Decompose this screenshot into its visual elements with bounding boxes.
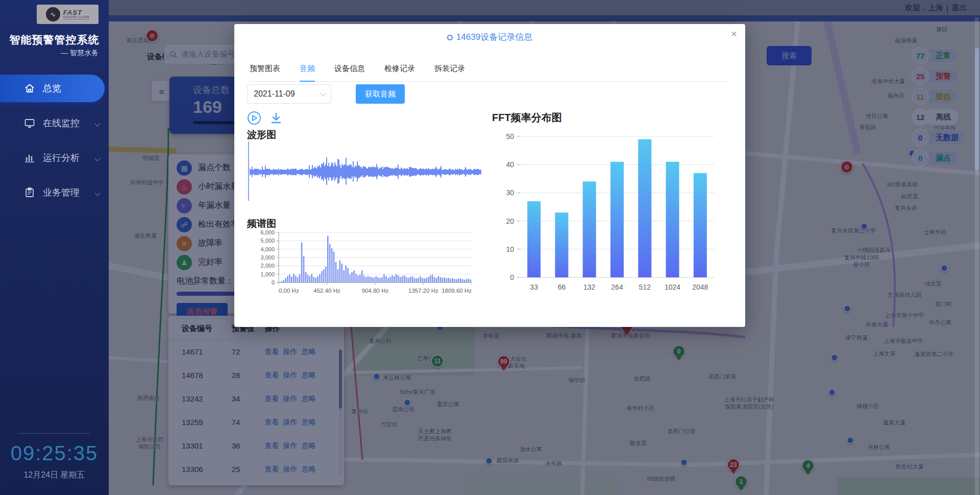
svg-text:1,000: 1,000 bbox=[260, 271, 275, 277]
app-title: 智能预警管控系统 bbox=[0, 33, 109, 47]
fft-bar-chart: 01020304050336613226451210242048 bbox=[492, 125, 727, 311]
chevron-down-icon bbox=[94, 121, 100, 126]
app-subtitle: — 智慧水务 bbox=[61, 49, 99, 58]
logo-brand-sub: GROUPE CLAIRE bbox=[63, 16, 90, 20]
svg-text:33: 33 bbox=[530, 283, 538, 291]
chevron-down-icon bbox=[320, 90, 327, 97]
svg-text:512: 512 bbox=[639, 283, 651, 291]
waveform-logo-icon: ∿ bbox=[46, 7, 60, 21]
clock-date: 12月24日 星期五 bbox=[0, 470, 109, 481]
waveform-chart bbox=[247, 140, 482, 204]
svg-text:2048: 2048 bbox=[692, 283, 708, 291]
page-scrollbar[interactable] bbox=[975, 17, 979, 495]
svg-text:0: 0 bbox=[510, 273, 514, 281]
svg-text:132: 132 bbox=[583, 283, 596, 291]
fetch-audio-button[interactable]: 获取音频 bbox=[356, 84, 405, 104]
svg-text:40: 40 bbox=[506, 160, 514, 169]
date-select-value: 2021-11-09 bbox=[254, 89, 295, 99]
sidebar-item-label: 业务管理 bbox=[43, 186, 80, 199]
sidebar-item-label: 运行分析 bbox=[43, 152, 80, 164]
svg-text:6,000: 6,000 bbox=[260, 229, 275, 235]
spectrum-chart: 6,0005,0004,0003,0002,0001,00000.00 Hz45… bbox=[247, 229, 482, 303]
svg-text:4,000: 4,000 bbox=[260, 246, 275, 252]
svg-text:3,000: 3,000 bbox=[260, 254, 275, 261]
fft-svg: 01020304050336613226451210242048 bbox=[492, 125, 727, 309]
svg-text:50: 50 bbox=[506, 132, 514, 140]
device-record-modal: 14639设备记录信息 × 预警图表音频设备信息检修记录拆装记录 2021-11… bbox=[234, 24, 745, 327]
chevron-down-icon bbox=[94, 190, 100, 196]
bar-chart-icon bbox=[23, 152, 36, 164]
clipboard-icon bbox=[23, 186, 36, 199]
date-select[interactable]: 2021-11-09 bbox=[247, 84, 331, 104]
svg-text:452.40 Hz: 452.40 Hz bbox=[313, 288, 340, 294]
svg-text:2,000: 2,000 bbox=[260, 263, 275, 269]
sidebar-item-run-analysis[interactable]: 运行分析 bbox=[0, 144, 109, 172]
waveform-svg bbox=[247, 140, 482, 202]
waveform-title: 波形图 bbox=[247, 128, 276, 142]
sidebar-menu: 总览在线监控运行分析业务管理 bbox=[0, 75, 109, 214]
sidebar-item-online-monitor[interactable]: 在线监控 bbox=[0, 109, 109, 137]
spectrum-title: 频谱图 bbox=[247, 217, 276, 230]
tab-repair-record[interactable]: 检修记录 bbox=[384, 59, 415, 81]
app-root: ∿ FAST GROUPE CLAIRE 智能预警管控系统 — 智慧水务 总览在… bbox=[0, 0, 980, 495]
spectrum-svg: 6,0005,0004,0003,0002,0001,00000.00 Hz45… bbox=[247, 229, 482, 301]
svg-text:1024: 1024 bbox=[665, 283, 680, 291]
sidebar-item-overview[interactable]: 总览 bbox=[0, 75, 105, 102]
chevron-down-icon bbox=[94, 155, 100, 161]
tab-audio[interactable]: 音频 bbox=[300, 59, 315, 82]
sidebar-item-label: 在线监控 bbox=[43, 117, 80, 129]
sidebar-item-label: 总览 bbox=[43, 82, 61, 95]
clock-divider bbox=[19, 433, 90, 434]
svg-text:5,000: 5,000 bbox=[260, 238, 275, 244]
modal-title: 14639设备记录信息 bbox=[234, 31, 745, 43]
logo-brand: FAST bbox=[63, 9, 90, 16]
company-logo: ∿ FAST GROUPE CLAIRE bbox=[37, 5, 99, 24]
svg-text:20: 20 bbox=[506, 217, 514, 225]
svg-text:1809.60 Hz: 1809.60 Hz bbox=[442, 288, 472, 294]
download-icon[interactable] bbox=[270, 111, 283, 125]
svg-text:904.80 Hz: 904.80 Hz bbox=[362, 288, 389, 294]
tab-disassembly-record[interactable]: 拆装记录 bbox=[434, 59, 465, 81]
svg-text:0.00 Hz: 0.00 Hz bbox=[279, 288, 299, 294]
monitor-icon bbox=[23, 117, 36, 129]
svg-text:66: 66 bbox=[558, 283, 566, 291]
record-ring-icon bbox=[447, 35, 453, 40]
modal-tabs: 预警图表音频设备信息检修记录拆装记录 bbox=[250, 59, 730, 82]
svg-text:10: 10 bbox=[506, 245, 514, 253]
home-icon bbox=[23, 82, 36, 95]
page-scrollbar-thumb[interactable] bbox=[975, 48, 979, 171]
svg-text:30: 30 bbox=[506, 188, 514, 197]
sidebar: ∿ FAST GROUPE CLAIRE 智能预警管控系统 — 智慧水务 总览在… bbox=[0, 0, 109, 495]
sidebar-item-business-mgmt[interactable]: 业务管理 bbox=[0, 179, 109, 206]
svg-text:0: 0 bbox=[272, 279, 275, 286]
fft-title: FFT频率分布图 bbox=[492, 111, 562, 125]
svg-text:264: 264 bbox=[611, 283, 623, 291]
clock-time: 09:25:35 bbox=[0, 442, 109, 465]
close-icon[interactable]: × bbox=[731, 28, 737, 40]
svg-text:1357.20 Hz: 1357.20 Hz bbox=[408, 288, 438, 294]
clock-box: 09:25:35 12月24日 星期五 bbox=[0, 433, 109, 481]
tab-warning-chart[interactable]: 预警图表 bbox=[250, 59, 280, 81]
play-icon[interactable] bbox=[247, 111, 261, 125]
tab-device-info[interactable]: 设备信息 bbox=[334, 59, 365, 81]
